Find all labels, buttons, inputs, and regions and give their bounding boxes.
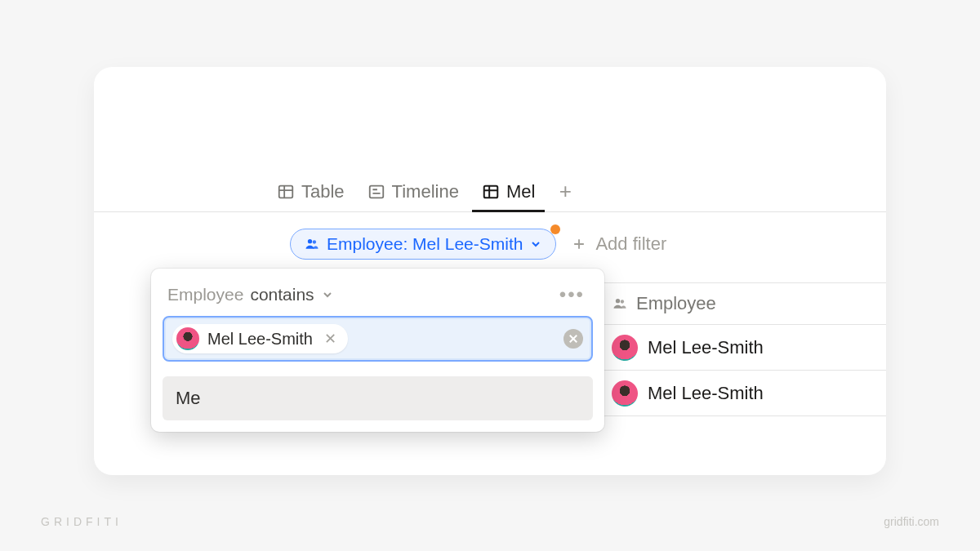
people-icon bbox=[612, 295, 628, 312]
filter-operator: contains bbox=[250, 285, 314, 304]
app-card: Table Timeline Mel + bbox=[94, 67, 886, 475]
chevron-down-icon bbox=[321, 288, 334, 301]
avatar bbox=[612, 335, 638, 361]
view-tabs-bar: Table Timeline Mel + bbox=[94, 171, 886, 212]
view-tabs: Table Timeline Mel + bbox=[265, 171, 579, 211]
view-tab-label: Timeline bbox=[392, 181, 459, 202]
token-label: Mel Lee-Smith bbox=[207, 330, 313, 349]
svg-rect-1 bbox=[369, 185, 383, 198]
timeline-icon bbox=[368, 183, 385, 201]
plus-icon: + bbox=[559, 179, 572, 204]
table-icon bbox=[482, 183, 500, 201]
add-filter-label: Add filter bbox=[595, 233, 666, 255]
filter-pill-employee[interactable]: Employee: Mel Lee-Smith bbox=[290, 229, 556, 260]
svg-rect-2 bbox=[484, 185, 498, 198]
more-options-button[interactable]: ••• bbox=[556, 283, 588, 306]
filter-popover: Employee contains ••• Mel Lee-Smith ✕ Me bbox=[151, 269, 604, 432]
brand-watermark: GRIDFITI bbox=[41, 515, 122, 528]
filter-condition[interactable]: Employee contains bbox=[167, 285, 334, 304]
url-watermark: gridfiti.com bbox=[884, 515, 939, 528]
view-tab-label: Table bbox=[301, 181, 345, 202]
view-tab-timeline[interactable]: Timeline bbox=[356, 171, 470, 211]
filter-option-me[interactable]: Me bbox=[163, 376, 593, 420]
view-tab-table[interactable]: Table bbox=[265, 171, 356, 211]
people-icon bbox=[304, 236, 320, 252]
view-tab-label: Mel bbox=[506, 181, 535, 202]
filter-field-name: Employee bbox=[167, 285, 243, 304]
add-filter-button[interactable]: Add filter bbox=[571, 233, 666, 255]
view-tab-mel[interactable]: Mel bbox=[470, 171, 546, 211]
filter-changed-indicator bbox=[550, 224, 560, 234]
table-row[interactable]: Mel Lee-Smith bbox=[602, 371, 886, 416]
table-icon bbox=[277, 183, 295, 201]
svg-point-3 bbox=[308, 239, 312, 243]
chevron-down-icon bbox=[529, 238, 542, 251]
remove-token-button[interactable]: ✕ bbox=[321, 330, 340, 348]
more-horizontal-icon: ••• bbox=[559, 283, 585, 305]
filter-bar: Employee: Mel Lee-Smith Add filter bbox=[290, 229, 666, 260]
employee-name: Mel Lee-Smith bbox=[648, 383, 764, 404]
svg-point-5 bbox=[616, 299, 620, 303]
avatar bbox=[176, 327, 199, 350]
plus-icon bbox=[571, 236, 587, 252]
popover-header: Employee contains ••• bbox=[163, 280, 593, 316]
table-row[interactable]: Mel Lee-Smith bbox=[602, 325, 886, 371]
clear-input-button[interactable] bbox=[564, 329, 583, 349]
svg-rect-0 bbox=[279, 185, 293, 198]
filter-pill-label: Employee: Mel Lee-Smith bbox=[327, 234, 523, 254]
avatar bbox=[612, 380, 638, 407]
svg-point-4 bbox=[313, 240, 316, 243]
column-header-employee[interactable]: Employee bbox=[602, 282, 886, 325]
filter-value-input[interactable]: Mel Lee-Smith ✕ bbox=[163, 316, 593, 362]
selected-person-token[interactable]: Mel Lee-Smith ✕ bbox=[172, 324, 348, 353]
close-icon: ✕ bbox=[324, 331, 336, 347]
column-header-label: Employee bbox=[636, 293, 716, 314]
add-view-button[interactable]: + bbox=[551, 179, 579, 204]
employee-name: Mel Lee-Smith bbox=[648, 337, 764, 358]
svg-point-6 bbox=[621, 300, 624, 303]
option-label: Me bbox=[176, 388, 201, 408]
